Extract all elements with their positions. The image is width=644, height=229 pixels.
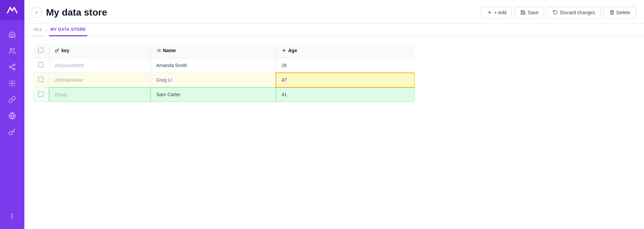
breadcrumb-all[interactable]: ALL — [32, 24, 44, 36]
back-button[interactable] — [31, 7, 42, 18]
delete-button[interactable]: Delete — [604, 7, 636, 18]
row1-name: Amanda Smith — [151, 58, 276, 73]
main-content: My data store + Add Save Discard changes… — [24, 0, 644, 229]
content-area: key Name Age — [24, 37, 644, 229]
row3-key[interactable]: Empty — [49, 87, 151, 102]
row2-age[interactable]: 47 — [276, 73, 415, 87]
row2-name-value: Greg Li — [156, 77, 172, 83]
row3-key-value: Empty — [55, 92, 67, 97]
sidebar-item-links[interactable] — [3, 92, 21, 107]
sidebar-item-integrations[interactable] — [3, 76, 21, 91]
sidebar-item-more[interactable] — [3, 209, 21, 224]
svg-point-0 — [10, 48, 13, 50]
row1-key-value: 2452e4102405 — [55, 63, 84, 68]
page-title: My data store — [46, 7, 107, 18]
save-label: Save — [528, 10, 538, 15]
column-age-label: Age — [288, 48, 297, 53]
sidebar-item-users[interactable] — [3, 43, 21, 58]
sidebar-item-key[interactable] — [3, 125, 21, 140]
row2-checkbox[interactable] — [38, 77, 43, 82]
breadcrumb-area: ALL › MY DATA STORE — [24, 24, 644, 37]
sidebar-item-home[interactable] — [3, 27, 21, 42]
breadcrumb-current[interactable]: MY DATA STORE — [49, 24, 87, 36]
column-name-label: Name — [163, 48, 176, 53]
row1-name-value: Amanda Smith — [156, 63, 187, 68]
sidebar-item-share[interactable] — [3, 60, 21, 75]
sidebar-bottom — [3, 209, 21, 229]
header-left: My data store — [31, 7, 107, 18]
delete-label: Delete — [617, 10, 630, 15]
breadcrumb-separator: › — [44, 25, 49, 36]
svg-point-9 — [12, 218, 13, 218]
table-row: Empty Sam Carter 41 — [33, 87, 415, 102]
row3-age[interactable]: 41 — [276, 87, 415, 102]
row3-checkbox[interactable] — [38, 91, 43, 97]
svg-point-7 — [12, 213, 13, 214]
row3-name[interactable]: Sam Carter — [151, 87, 276, 102]
discard-button[interactable]: Discard changes — [547, 7, 601, 18]
column-header-name: Name — [151, 44, 276, 58]
row2-key-value: d695fad3a63d — [55, 78, 83, 83]
save-button[interactable]: Save — [515, 7, 544, 18]
row2-checkbox-cell — [33, 73, 49, 87]
sidebar — [0, 0, 24, 229]
svg-point-4 — [11, 82, 13, 84]
row3-checkbox-cell — [33, 87, 49, 102]
row2-key: d695fad3a63d — [49, 73, 151, 87]
table-row: d695fad3a63d Greg Li 47 — [33, 73, 415, 87]
row3-age-value: 41 — [282, 92, 287, 97]
column-header-age: Age — [276, 44, 415, 58]
discard-label: Discard changes — [560, 10, 595, 15]
row2-name: Greg Li — [151, 73, 276, 87]
column-header-key: key — [49, 44, 151, 58]
add-button[interactable]: + Add — [481, 7, 512, 18]
sidebar-nav — [3, 20, 21, 209]
page-header: My data store + Add Save Discard changes… — [24, 0, 644, 24]
row3-name-value: Sam Carter — [156, 92, 181, 97]
header-actions: + Add Save Discard changes Delete — [481, 7, 636, 18]
row1-key: 2452e4102405 — [49, 58, 151, 73]
sidebar-item-globe[interactable] — [3, 108, 21, 123]
row2-age-value: 47 — [282, 77, 287, 83]
column-key-label: key — [62, 48, 69, 53]
data-table: key Name Age — [32, 43, 415, 102]
column-header-checkbox — [33, 44, 49, 58]
row1-checkbox[interactable] — [38, 62, 43, 67]
table-row: 2452e4102405 Amanda Smith 26 — [33, 58, 415, 73]
select-all-checkbox[interactable] — [38, 48, 43, 53]
row1-age: 26 — [276, 58, 415, 73]
row1-age-value: 26 — [282, 63, 287, 68]
add-label: + Add — [494, 10, 506, 15]
app-logo[interactable] — [0, 0, 24, 20]
row1-checkbox-cell — [33, 58, 49, 73]
svg-point-8 — [12, 216, 13, 216]
